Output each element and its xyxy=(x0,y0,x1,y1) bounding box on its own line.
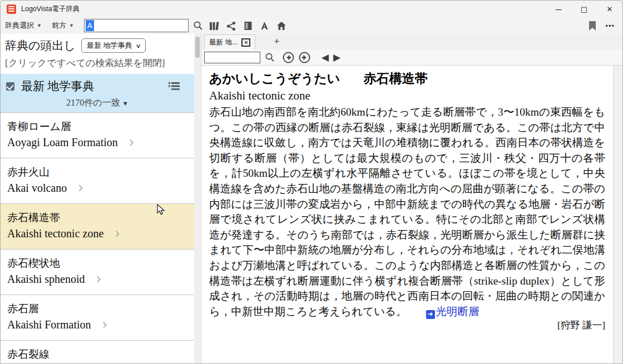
match-count[interactable]: 2170件の一致 ▼ xyxy=(6,97,189,109)
minimize-button[interactable]: — xyxy=(546,1,571,17)
xref-arrow-icon: ➜ xyxy=(426,310,435,319)
match-count-label: 2170件の一致 xyxy=(66,98,120,107)
sidebar-title: 辞典の頭出し xyxy=(5,38,76,53)
more-options-button[interactable]: ••• xyxy=(605,22,615,30)
main-toolbar: 辞典選択 ▼ 前方 ▼ A xyxy=(1,17,622,34)
author-credit: [狩野 謙一] xyxy=(209,319,605,331)
close-button[interactable]: ✕ xyxy=(597,1,622,17)
font-icon[interactable] xyxy=(259,20,270,31)
sidebar-scrollbar[interactable] xyxy=(194,34,201,363)
library-icon[interactable] xyxy=(209,20,220,31)
prev-entry-icon[interactable]: ◀ xyxy=(322,52,329,63)
article-body: 赤石山地の南西部を南北約60kmにわたって走る断層帯で，3〜10kmの東西幅をも… xyxy=(209,104,605,319)
notebook-icon[interactable] xyxy=(243,20,254,31)
scrollbar-thumb[interactable] xyxy=(195,37,200,58)
entry-headword: 青柳ローム層 xyxy=(7,119,187,134)
list-item[interactable]: 赤石裂線 Akaisi Tectonic Line› xyxy=(1,341,194,363)
article-toolbar: ◀ ▶ xyxy=(201,49,622,65)
selected-text: A xyxy=(86,20,94,31)
search-mode-label: 前方 xyxy=(52,21,66,31)
next-entry-icon[interactable]: ▶ xyxy=(333,52,340,63)
triangle-down-icon: ▼ xyxy=(122,100,128,107)
entry-headword: 赤石楔状地 xyxy=(7,256,187,271)
results-sidebar: 辞典の頭出し 最新 地学事典 ∨ [クリックですべての検索結果を開閉] 最新 地… xyxy=(1,34,194,363)
dictionary-group-header[interactable]: 最新 地学事典 2170件の一致 ▼ xyxy=(1,74,194,112)
share-icon[interactable] xyxy=(226,20,237,31)
list-item[interactable]: 赤井火山 Akai volcano› xyxy=(1,158,194,204)
cross-reference-link[interactable]: ➜光明断層 xyxy=(426,306,479,317)
entry-translation: Akaisi Tectonic Line xyxy=(7,362,100,363)
entry-translation: Akaishi tectonic zone xyxy=(7,225,103,242)
back-circle-icon[interactable] xyxy=(283,52,294,63)
list-item[interactable]: 青柳ローム層 Aoyagi Loam Formation› xyxy=(1,113,194,158)
search-input[interactable]: A xyxy=(84,19,189,32)
chevron-right-icon: › xyxy=(96,273,101,286)
list-item[interactable]: 赤石楔状地 Akaishi sphenoid› xyxy=(1,250,194,295)
chevron-down-icon: ∨ xyxy=(135,43,141,49)
chevron-right-icon: › xyxy=(102,318,108,331)
entry-translation: Akai volcano xyxy=(7,179,67,196)
sidebar-dictionary-value: 最新 地学事典 xyxy=(87,41,132,51)
entry-translation: Akaishi sphenoid xyxy=(7,271,85,287)
sidebar-dictionary-dropdown[interactable]: 最新 地学事典 ∨ xyxy=(81,38,146,53)
article-search-input[interactable] xyxy=(204,52,260,63)
article: あかいしこうぞうたい 赤石構造帯 Akaishi tectonic zone 赤… xyxy=(201,66,614,363)
chevron-down-icon: ▼ xyxy=(37,23,42,28)
chevron-right-icon: › xyxy=(115,227,120,240)
window-title: LogoVista電子辞典 xyxy=(21,4,80,14)
bookmark-icon[interactable] xyxy=(589,21,596,31)
headword-kanji: 赤石構造帯 xyxy=(363,70,427,87)
result-list: 青柳ローム層 Aoyagi Loam Formation› 赤井火山 Akai … xyxy=(1,112,194,363)
mouse-cursor xyxy=(157,204,165,216)
home-icon[interactable] xyxy=(276,20,287,31)
app-window: LogoVista電子辞典 — □ ✕ 辞典選択 ▼ 前方 ▼ A xyxy=(0,0,623,364)
list-view-icon[interactable] xyxy=(169,82,180,91)
search-icon[interactable] xyxy=(265,52,275,62)
app-logo-icon xyxy=(7,4,16,14)
headword-kana: あかいしこうぞうたい xyxy=(209,70,340,87)
entry-headword: 赤井火山 xyxy=(7,164,187,179)
dictionary-group-name: 最新 地学事典 xyxy=(21,78,94,94)
chevron-right-icon: › xyxy=(129,136,135,149)
sidebar-hint-text: [クリックですべての検索結果を開閉] xyxy=(1,56,194,74)
forward-circle-icon[interactable] xyxy=(299,52,310,63)
search-icon[interactable] xyxy=(192,20,204,31)
entry-headword: 赤石層 xyxy=(7,301,187,316)
entry-translation: Aoyagi Loam Formation xyxy=(7,134,118,151)
new-tab-button[interactable]: ＋ xyxy=(272,36,281,49)
dictionary-select-dropdown[interactable]: 辞典選択 ▼ xyxy=(5,21,42,31)
entry-translation: Akaishi Formation xyxy=(7,316,91,333)
tab-label: 最新 地... xyxy=(209,38,238,47)
headword-english: Akaishi tectonic zone xyxy=(209,89,605,103)
xref-label: 光明断層 xyxy=(436,306,479,317)
list-item[interactable]: 赤石層 Akaishi Formation› xyxy=(1,295,194,341)
tab-bar: 最新 地... ✕ ＋ xyxy=(201,34,622,49)
chevron-right-icon: › xyxy=(78,182,83,195)
search-mode-dropdown[interactable]: 前方 ▼ xyxy=(52,21,74,31)
content-pane: 最新 地... ✕ ＋ ◀ ▶ xyxy=(201,34,622,363)
title-bar: LogoVista電子辞典 — □ ✕ xyxy=(1,1,622,17)
tab-close-icon[interactable]: ✕ xyxy=(241,38,250,47)
article-area: あかいしこうぞうたい 赤石構造帯 Akaishi tectonic zone 赤… xyxy=(201,65,622,363)
dictionary-select-label: 辞典選択 xyxy=(5,21,34,31)
maximize-button[interactable]: □ xyxy=(571,1,597,17)
tab-dictionary[interactable]: 最新 地... ✕ xyxy=(204,34,255,49)
dictionary-checkbox[interactable] xyxy=(6,82,14,91)
article-text: 赤石山地の南西部を南北約60kmにわたって走る断層帯で，3〜10kmの東西幅をも… xyxy=(209,106,605,317)
entry-headword: 赤石裂線 xyxy=(7,347,187,362)
chevron-down-icon: ▼ xyxy=(69,23,74,28)
